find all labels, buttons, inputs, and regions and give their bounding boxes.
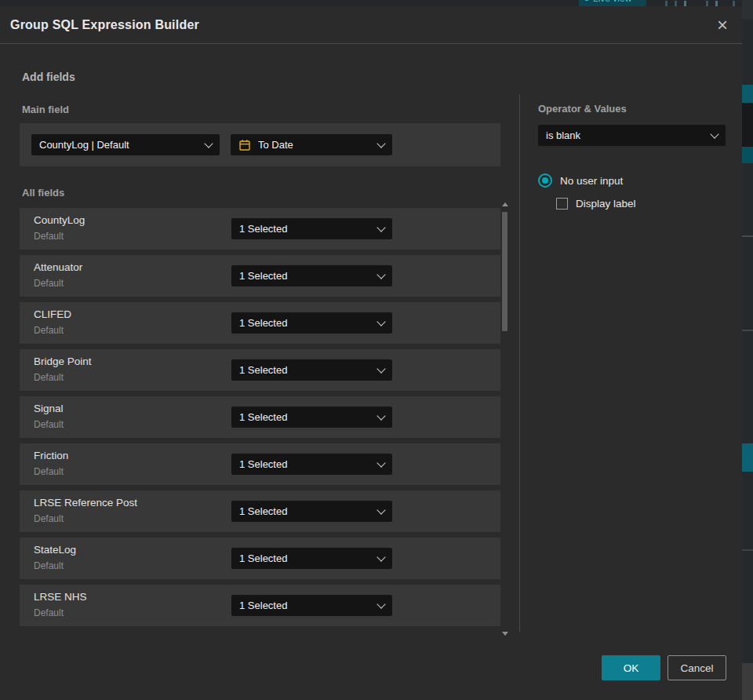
field-name: Friction [34,450,68,461]
all-fields-label: All fields [22,187,64,199]
close-icon[interactable]: × [714,16,731,35]
field-name: LRSE Reference Post [34,497,137,509]
section-divider [519,94,520,632]
chevron-down-icon [376,458,385,467]
field-row: CLIFED Default 1 Selected [20,302,500,344]
chevron-down-icon [376,317,385,326]
field-selection-select[interactable]: 1 Selected [231,359,392,381]
field-row: LRSE Reference Post Default 1 Selected [20,490,500,532]
live-view-button[interactable]: Live view [579,0,646,6]
field-row: StateLog Default 1 Selected [20,538,500,579]
field-variant: Default [34,231,64,242]
chevron-down-icon [710,129,718,138]
chevron-down-icon [376,270,385,279]
background-app-topbar: Live view [0,0,742,6]
group-sql-expression-builder-dialog: Group SQL Expression Builder × Add field… [0,6,742,700]
field-name: CLIFED [34,308,71,320]
strip-block [742,85,753,103]
background-app-strip [742,0,753,700]
field-selection-value: 1 Selected [239,552,372,564]
dialog-header: Group SQL Expression Builder × [0,6,742,44]
cancel-button[interactable]: Cancel [668,655,726,680]
field-variant: Default [34,325,64,336]
strip-block [742,0,753,20]
all-fields-list: CountyLog Default 1 Selected Attenuator … [20,208,500,632]
scrollbar-thumb[interactable] [502,212,507,331]
field-variant: Default [34,372,64,383]
field-selection-value: 1 Selected [239,317,372,329]
main-field-source-value: CountyLog | Default [39,139,199,151]
calendar-icon [238,139,251,151]
field-name: Attenuator [34,261,82,273]
field-selection-value: 1 Selected [239,505,372,517]
strip-block [742,663,753,700]
field-name: Bridge Point [34,355,92,367]
field-name: StateLog [34,544,76,556]
display-label-text[interactable]: Display label [576,198,636,210]
chevron-down-icon [376,223,385,232]
field-selection-select[interactable]: 1 Selected [231,454,392,475]
no-user-input-label[interactable]: No user input [560,175,623,187]
main-field-type-select[interactable]: To Date [231,134,392,155]
scroll-up-icon[interactable] [502,202,508,206]
field-selection-select[interactable]: 1 Selected [231,595,392,616]
chevron-down-icon [376,505,385,514]
live-view-label: Live view [593,0,631,4]
field-selection-select[interactable]: 1 Selected [231,218,392,239]
strip-line [742,549,753,551]
dialog-footer: OK Cancel [602,655,726,680]
field-row: Signal Default 1 Selected [20,396,500,438]
main-field-source-select[interactable]: CountyLog | Default [31,134,220,155]
toolbar-icon-fragment [706,1,708,6]
field-variant: Default [34,560,64,571]
chevron-down-icon [376,552,385,561]
strip-block [742,443,753,472]
no-user-input-option[interactable]: No user input [538,173,623,188]
chevron-down-icon [204,139,213,148]
toolbar-icon-fragment [665,1,668,6]
strip-block [742,103,753,147]
toolbar-icon-fragment [675,1,677,6]
operator-value: is blank [546,129,705,141]
field-row: Bridge Point Default 1 Selected [20,349,500,391]
live-view-dot-icon [584,0,589,1]
strip-line [742,235,753,237]
field-selection-select[interactable]: 1 Selected [231,548,392,569]
field-name: Signal [34,403,64,414]
field-variant: Default [34,278,64,289]
chevron-down-icon [376,139,385,148]
field-name: CountyLog [34,214,85,226]
field-variant: Default [34,466,64,477]
add-fields-heading: Add fields [22,71,75,83]
chevron-down-icon [376,600,385,608]
field-row: LRSE NHS Default 1 Selected [20,585,500,626]
field-selection-select[interactable]: 1 Selected [231,407,392,428]
field-selection-value: 1 Selected [239,270,372,282]
toolbar-icon-fragment [715,1,718,6]
chevron-down-icon [376,364,385,373]
field-variant: Default [34,513,64,524]
field-row: CountyLog Default 1 Selected [20,208,500,250]
toolbar-icon-fragment [733,1,735,6]
operator-values-label: Operator & Values [538,103,627,115]
strip-block [742,147,753,163]
field-selection-value: 1 Selected [239,458,372,470]
operator-select[interactable]: is blank [538,125,726,146]
field-selection-select[interactable]: 1 Selected [231,312,392,334]
field-selection-select[interactable]: 1 Selected [231,501,392,522]
display-label-checkbox[interactable] [556,198,568,210]
field-selection-select[interactable]: 1 Selected [231,265,392,286]
main-field-type-value: To Date [258,139,372,151]
field-name: LRSE NHS [34,591,87,603]
field-variant: Default [34,607,64,618]
no-user-input-radio[interactable] [538,173,552,188]
field-selection-value: 1 Selected [239,411,372,423]
ok-button[interactable]: OK [602,655,660,680]
dialog-title: Group SQL Expression Builder [10,18,199,32]
toolbar-icon-fragment [684,1,686,6]
field-row: Friction Default 1 Selected [20,443,500,485]
main-field-label: Main field [22,104,69,115]
field-variant: Default [34,419,64,430]
scroll-down-icon[interactable] [502,632,508,636]
display-label-option[interactable]: Display label [556,198,636,210]
